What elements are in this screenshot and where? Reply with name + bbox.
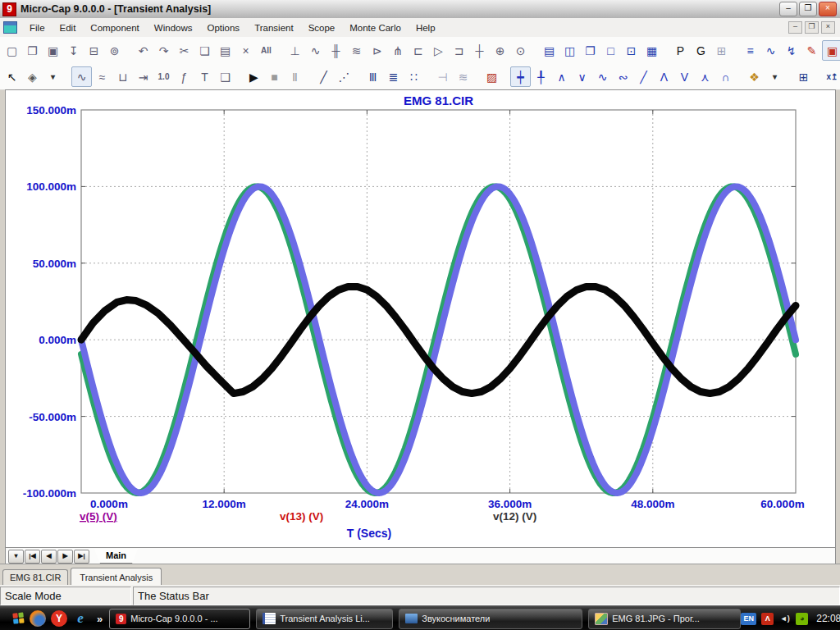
- go-to-high-icon[interactable]: ∿: [592, 66, 613, 87]
- maximize-window-icon[interactable]: □: [600, 40, 621, 61]
- print-preview-icon[interactable]: ⊚: [104, 40, 125, 61]
- node-icon[interactable]: ┼: [469, 40, 490, 61]
- menu-component[interactable]: Component: [83, 21, 146, 35]
- sheet-dropdown-icon[interactable]: ▾: [8, 550, 24, 564]
- go-to-branch-icon[interactable]: ⋏: [695, 66, 715, 87]
- text-tool-icon[interactable]: T: [194, 66, 215, 87]
- tile-vertical-icon[interactable]: ◫: [559, 40, 580, 61]
- save-all-icon[interactable]: ↧: [63, 40, 84, 61]
- transistor-icon[interactable]: ⋔: [387, 40, 408, 61]
- go-to-slope-icon[interactable]: ╱: [633, 66, 654, 87]
- part-p-icon[interactable]: P: [670, 40, 691, 61]
- envelope-icon[interactable]: ∩: [715, 66, 736, 87]
- animate-options-icon[interactable]: ▨: [482, 66, 502, 87]
- select-all-icon[interactable]: All: [256, 40, 276, 61]
- language-indicator[interactable]: EN: [741, 613, 756, 625]
- grid-g-icon[interactable]: G: [691, 40, 711, 61]
- tab-transient-analysis[interactable]: Transient Analysis: [71, 568, 162, 587]
- scale-limits-icon[interactable]: ⊔: [112, 66, 133, 87]
- grid-dots-icon[interactable]: ∷: [404, 66, 424, 87]
- firefox-icon[interactable]: [30, 610, 46, 627]
- grid-table-icon[interactable]: ⊞: [711, 40, 732, 61]
- go-to-valley-icon[interactable]: ∨: [572, 66, 592, 87]
- palette-dropdown-icon[interactable]: ▾: [765, 66, 785, 87]
- new-file-icon[interactable]: ▢: [2, 40, 22, 61]
- dual-waveform-icon[interactable]: ≈: [92, 66, 112, 87]
- menu-file[interactable]: File: [22, 21, 52, 35]
- go-to-low-icon[interactable]: ∾: [613, 66, 633, 87]
- dotted-line-tool-icon[interactable]: ⋰: [334, 66, 354, 87]
- paste-icon[interactable]: ▤: [215, 40, 235, 61]
- previous-sheet-icon[interactable]: ◀: [41, 550, 57, 564]
- mdi-minimize-icon[interactable]: –: [788, 21, 802, 34]
- capacitor-icon[interactable]: ╫: [326, 40, 346, 61]
- legend-v13V[interactable]: v(13) (V): [280, 510, 323, 523]
- cascade-windows-icon[interactable]: ❐: [580, 40, 600, 61]
- split-window-icon[interactable]: ⊡: [621, 40, 641, 61]
- run-icon[interactable]: ▶: [244, 66, 264, 87]
- component-shapes-icon[interactable]: ◈: [22, 66, 43, 87]
- restore-icon[interactable]: ❐: [799, 2, 817, 16]
- copy-icon[interactable]: ❏: [194, 40, 215, 61]
- mdi-close-icon[interactable]: ×: [821, 21, 835, 34]
- cursor-vertical-icon[interactable]: ╀: [531, 66, 551, 87]
- mdi-restore-icon[interactable]: ❐: [805, 21, 819, 34]
- taskbar-button-image[interactable]: EMG 81.JPG - Прог...: [588, 609, 741, 629]
- animate-icon[interactable]: ↯: [781, 40, 801, 61]
- opamp-icon[interactable]: ▷: [428, 40, 449, 61]
- waveform-source-icon[interactable]: ∿: [760, 40, 781, 61]
- legend-v12V[interactable]: v(12) (V): [493, 510, 536, 523]
- connector-icon[interactable]: ⊐: [449, 40, 469, 61]
- shapes-dropdown-icon[interactable]: ▾: [43, 66, 63, 87]
- menu-edit[interactable]: Edit: [52, 21, 84, 35]
- menu-scope[interactable]: Scope: [301, 21, 343, 35]
- cut-icon[interactable]: ✂: [174, 40, 194, 61]
- menu-help[interactable]: Help: [409, 21, 443, 35]
- ic-icon[interactable]: ⊏: [408, 40, 428, 61]
- open-file-icon[interactable]: ❐: [22, 40, 43, 61]
- minimize-icon[interactable]: –: [779, 2, 797, 16]
- yandex-icon[interactable]: Y: [51, 610, 67, 627]
- first-sheet-icon[interactable]: |◀: [25, 550, 40, 564]
- tab-emg81cir[interactable]: EMG 81.CIR: [2, 569, 68, 586]
- menu-windows[interactable]: Windows: [147, 21, 200, 35]
- quick-launch-overflow-icon[interactable]: »: [97, 613, 103, 625]
- resistor-icon[interactable]: ∿: [305, 40, 326, 61]
- line-tool-icon[interactable]: ╱: [313, 66, 334, 87]
- taskbar-button-microcap[interactable]: 9Micro-Cap 9.0.0.0 - ...: [109, 609, 250, 629]
- undo-icon[interactable]: ↶: [133, 40, 153, 61]
- save-icon[interactable]: ▣: [43, 40, 63, 61]
- diode-icon[interactable]: ⊳: [367, 40, 387, 61]
- formula-icon[interactable]: ƒ: [174, 66, 194, 87]
- select-mode-icon[interactable]: ↖: [2, 66, 22, 87]
- calculator-icon[interactable]: ▦: [641, 40, 662, 61]
- taskbar-clock[interactable]: 22:08: [816, 613, 840, 624]
- scope-window-icon[interactable]: ▣: [822, 40, 840, 61]
- go-to-peak-icon[interactable]: ∧: [551, 66, 572, 87]
- inductor-icon[interactable]: ≋: [346, 40, 367, 61]
- redo-icon[interactable]: ↷: [153, 40, 174, 61]
- grid-horizontal-icon[interactable]: ≣: [383, 66, 404, 87]
- menu-options[interactable]: Options: [199, 21, 247, 35]
- document-window-icon[interactable]: [3, 21, 17, 34]
- menu-transient[interactable]: Transient: [247, 21, 301, 35]
- one-to-one-icon[interactable]: 1.0: [153, 66, 174, 87]
- cursor-mode-icon[interactable]: ┿: [510, 66, 531, 87]
- voltage-source-icon[interactable]: ⊙: [510, 40, 531, 61]
- volume-tray-icon[interactable]: ◄): [778, 613, 791, 625]
- tag-horizontal-icon[interactable]: ⊣: [432, 66, 453, 87]
- probe-pen-icon[interactable]: ✎: [801, 40, 822, 61]
- stop-icon[interactable]: ■: [264, 66, 285, 87]
- component-list-icon[interactable]: ≡: [740, 40, 760, 61]
- global-high-icon[interactable]: Λ: [654, 66, 674, 87]
- next-sheet-icon[interactable]: ▶: [57, 550, 73, 564]
- tag-waveform-icon[interactable]: ≋: [453, 66, 473, 87]
- taskbar-button-folder[interactable]: Звукосниматели: [399, 609, 582, 629]
- scale-x-up-icon[interactable]: x↥: [822, 66, 840, 87]
- legend-v5V[interactable]: v(5) (V): [80, 510, 117, 523]
- tile-horizontal-icon[interactable]: ▤: [539, 40, 559, 61]
- internet-explorer-icon[interactable]: e: [72, 610, 89, 627]
- tab-stop-icon[interactable]: ⇥: [133, 66, 153, 87]
- ground-icon[interactable]: ⊥: [285, 40, 305, 61]
- waveform-select-icon[interactable]: ∿: [71, 66, 92, 87]
